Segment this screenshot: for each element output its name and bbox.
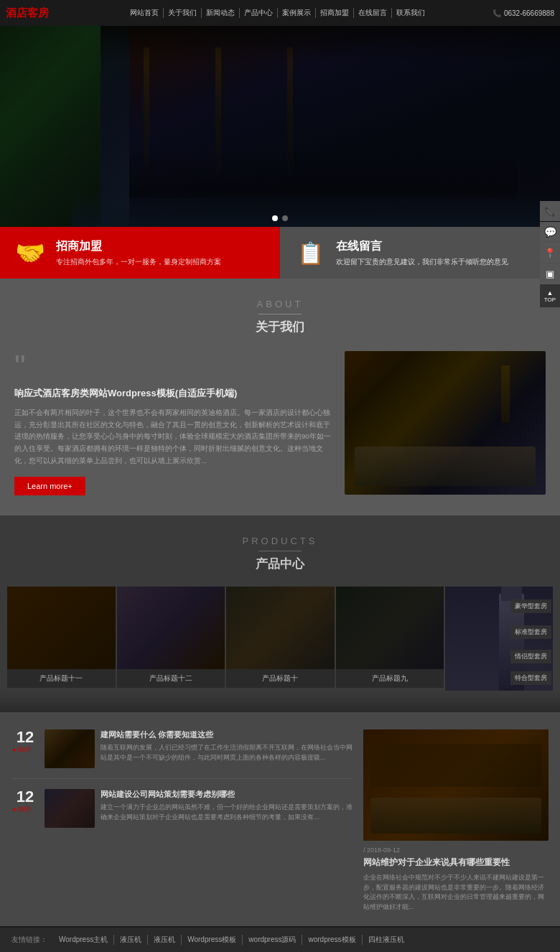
franchise-banner[interactable]: 🤝 招商加盟 专注招商外包多年，一对一服务，量身定制招商方案 [0, 227, 280, 279]
product-card-1[interactable]: 产品标题十一 [7, 587, 116, 691]
dot-2[interactable] [282, 215, 288, 221]
franchise-icon: 🤝 [14, 238, 46, 267]
room-label-special[interactable]: 特合型套房 [510, 671, 551, 685]
product-img-4 [336, 587, 444, 669]
nav: 网站首页 关于我们 新闻动态 产品中心 案例展示 招商加盟 在线留言 联系我们 [63, 8, 493, 18]
news-content-2: 网站建设公司网站策划需要考虑别哪些 建立一个满力于企业总的网站虽然不难，但一个好… [101, 789, 353, 828]
news-list: 12 ✦ 09月 建网站需要什么 你需要知道这些 随着互联网的发展，人们已经习惯… [11, 729, 353, 912]
nav-item-franchise[interactable]: 招商加盟 [316, 8, 354, 18]
learn-more-btn[interactable]: Learn more+ [14, 477, 85, 495]
phone-icon: 📞 [493, 9, 501, 17]
footer-link-2[interactable]: 液压机 [148, 935, 182, 945]
news-day-2: 12 [11, 789, 39, 805]
product-card-3[interactable]: 产品标题十 [226, 587, 335, 691]
nav-item-news[interactable]: 新闻动态 [202, 8, 240, 18]
side-qr-icon: ▣ [546, 269, 554, 279]
footer-link-3[interactable]: Wordpress模板 [182, 935, 243, 945]
top-arrow-icon: ▲ [547, 289, 554, 297]
products-zh: 产品中心 [14, 556, 546, 572]
about-line [258, 314, 302, 314]
news-body-1: 随着互联网的发展，人们已经习惯了在工作生活消假期离不开互联网，在网络社会当中网站… [101, 743, 353, 762]
logo: 酒店客房 [6, 6, 63, 20]
room-label-luxury[interactable]: 豪华型套房 [510, 599, 551, 613]
footer-link-5[interactable]: wordpress模板 [302, 935, 362, 945]
about-text-area: " 响应式酒店客房类网站Wordpress模板(自适应手机端) 正如不会有两片相… [14, 351, 332, 495]
header: 酒店客房 网站首页 关于我们 新闻动态 产品中心 案例展示 招商加盟 在线留言 … [0, 0, 560, 26]
news-thumb-2 [45, 789, 95, 828]
room-label-couple[interactable]: 情侣型套房 [510, 650, 551, 663]
product-label-3: 产品标题十 [226, 669, 335, 688]
news-day-1: 12 [11, 729, 39, 745]
phone-number: 0632-66669888 [504, 9, 554, 17]
about-img-lamp [501, 365, 510, 423]
products-grid-row: 产品标题十一 产品标题十二 产品标题十 产品标题九 豪华型套房 [0, 587, 560, 691]
news-featured-body: 企业在网络社会中规范对不少于不少人来说不建网站建设是第一步，配置服务器的建设网站… [363, 873, 549, 912]
hero-dots [272, 215, 288, 221]
news-month-1: ✦ 09月 [11, 745, 39, 755]
nav-item-products[interactable]: 产品中心 [240, 8, 278, 18]
franchise-text: 招商加盟 专注招商外包多年，一对一服务，量身定制招商方案 [56, 239, 221, 267]
product-label-2: 产品标题十二 [117, 669, 225, 688]
nav-item-home[interactable]: 网站首页 [126, 8, 164, 18]
news-featured-date: / 2018-09-12 [363, 846, 549, 854]
products-bottom [0, 691, 560, 712]
about-body: 正如不会有两片相同的叶子，这个世界也不会有两家相同的英迪格酒店。每一家酒店的设计… [14, 407, 332, 467]
news-month-2: ✦ 09月 [11, 805, 39, 814]
products-en: PRODUCTS [14, 536, 546, 546]
message-text: 在线留言 欢迎留下宝贵的意见建议，我们非常乐于倾听您的意见 [336, 239, 508, 267]
hero-ceiling [101, 26, 560, 62]
franchise-subtitle: 专注招商外包多年，一对一服务，量身定制招商方案 [56, 257, 221, 267]
nav-item-about[interactable]: 关于我们 [164, 8, 202, 18]
news-title-2[interactable]: 网站建设公司网站策划需要考虑别哪些 [101, 789, 353, 800]
side-top-btn[interactable]: ▲ TOP [540, 284, 560, 307]
footer-link-4[interactable]: wordpress源码 [243, 935, 302, 945]
message-subtitle: 欢迎留下宝贵的意见建议，我们非常乐于倾听您的意见 [336, 257, 508, 267]
dot-1[interactable] [272, 215, 278, 221]
product-label-4: 产品标题九 [336, 669, 444, 688]
side-chat-btn[interactable]: 💬 [540, 222, 560, 242]
building-top [501, 587, 522, 601]
footer-link-0[interactable]: Wordpress主机 [53, 935, 114, 945]
logo-text: 酒店客房 [6, 6, 49, 19]
footer-links: 友情链接： Wordpress主机 液压机 液压机 Wordpress模板 wo… [0, 926, 560, 952]
about-quote-mark: " [14, 351, 332, 383]
news-date-1: 12 ✦ 09月 [11, 729, 39, 768]
about-img-sofa [355, 447, 536, 486]
news-content-1: 建网站需要什么 你需要知道这些 随着互联网的发展，人们已经习惯了在工作生活消假期… [101, 729, 353, 768]
side-location-icon: 📍 [544, 248, 556, 258]
product-img-1 [7, 587, 116, 669]
banner-sections: 🤝 招商加盟 专注招商外包多年，一对一服务，量身定制招商方案 📋 在线留言 欢迎… [0, 227, 560, 279]
franchise-title: 招商加盟 [56, 239, 221, 254]
about-image [345, 351, 546, 495]
news-layout: 12 ✦ 09月 建网站需要什么 你需要知道这些 随着互联网的发展，人们已经习惯… [11, 729, 549, 912]
side-chat-icon: 💬 [544, 226, 556, 238]
news-featured-title[interactable]: 网站维护对于企业来说具有哪些重要性 [363, 857, 549, 869]
news-month-star-2: ✦ [11, 806, 17, 813]
side-phone-btn[interactable]: 📞 [540, 201, 560, 221]
message-banner[interactable]: 📋 在线留言 欢迎留下宝贵的意见建议，我们非常乐于倾听您的意见 [280, 227, 560, 279]
nav-item-cases[interactable]: 案例展示 [278, 8, 316, 18]
top-label: TOP [544, 297, 556, 303]
footer-link-1[interactable]: 液压机 [114, 935, 148, 945]
phone-display: 📞 0632-66669888 [493, 9, 554, 17]
product-label-1: 产品标题十一 [7, 669, 116, 688]
hero-reflection [72, 191, 560, 227]
product-img-3 [226, 587, 335, 669]
product-card-2[interactable]: 产品标题十二 [117, 587, 225, 691]
news-item-2: 12 ✦ 09月 网站建设公司网站策划需要考虑别哪些 建立一个满力于企业总的网站… [11, 789, 353, 828]
news-body-2: 建立一个满力于企业总的网站虽然不难，但一个好的给企业网站还是需要策划方案的，准确… [101, 803, 353, 822]
footer-links-label: 友情链接： [11, 935, 47, 945]
message-title: 在线留言 [336, 239, 508, 254]
side-qr-btn[interactable]: ▣ [540, 263, 560, 284]
news-featured-img [363, 729, 549, 841]
side-phone-icon: 📞 [544, 205, 556, 217]
side-location-btn[interactable]: 📍 [540, 243, 560, 263]
side-buttons: 📞 💬 📍 ▣ ▲ TOP [540, 201, 560, 307]
footer-link-6[interactable]: 四柱液压机 [363, 935, 410, 945]
room-label-standard[interactable]: 标准型套房 [510, 625, 551, 639]
nav-item-message[interactable]: 在线留言 [354, 8, 392, 18]
news-title-1[interactable]: 建网站需要什么 你需要知道这些 [101, 729, 353, 740]
nav-item-contact[interactable]: 联系我们 [392, 8, 429, 18]
news-date-2: 12 ✦ 09月 [11, 789, 39, 828]
product-card-4[interactable]: 产品标题九 [336, 587, 444, 691]
